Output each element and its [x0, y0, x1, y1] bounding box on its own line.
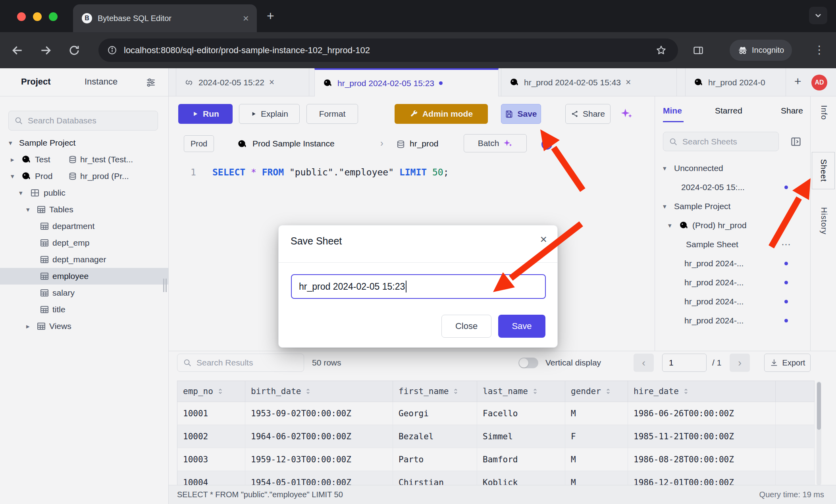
- url-text: localhost:8080/sql-editor/prod-sample-in…: [124, 38, 370, 62]
- chevron-down-icon: [813, 11, 823, 20]
- incognito-badge: Incognito: [730, 40, 792, 61]
- browser-menu-icon[interactable]: ⋮: [814, 43, 825, 56]
- forward-button[interactable]: [39, 44, 52, 57]
- tab-search-button[interactable]: [809, 7, 827, 24]
- incognito-label: Incognito: [752, 46, 784, 55]
- save-label: Save: [512, 321, 532, 331]
- dialog-title: Save Sheet: [291, 235, 342, 247]
- dialog-save-button[interactable]: Save: [498, 315, 545, 338]
- address-bar[interactable]: localhost:8080/sql-editor/prod-sample-in…: [98, 38, 678, 62]
- browser-tab[interactable]: B Bytebase SQL Editor ×: [73, 4, 257, 32]
- window-close-button[interactable]: [17, 12, 26, 21]
- new-tab-button[interactable]: +: [267, 8, 274, 24]
- reload-button[interactable]: [68, 44, 80, 56]
- save-sheet-dialog: Save Sheet × hr_prod 2024-02-05 15:23 Cl…: [278, 225, 558, 348]
- browser-titlebar: B Bytebase SQL Editor × +: [0, 0, 836, 32]
- bookmark-star-icon[interactable]: [656, 45, 666, 56]
- back-button[interactable]: [11, 44, 24, 57]
- dialog-divider: [279, 262, 557, 263]
- browser-toolbar: localhost:8080/sql-editor/prod-sample-in…: [0, 32, 836, 68]
- dialog-close-icon[interactable]: ×: [540, 233, 547, 246]
- screenshot-root: B Bytebase SQL Editor × + localhost:8080…: [0, 0, 836, 504]
- sheet-title-value: hr_prod 2024-02-05 15:23: [299, 281, 405, 292]
- site-info-icon[interactable]: [107, 45, 117, 55]
- sheet-title-input[interactable]: hr_prod 2024-02-05 15:23: [291, 274, 546, 299]
- incognito-icon: [738, 45, 748, 56]
- tab-close-icon[interactable]: ×: [243, 4, 249, 32]
- dialog-close-button[interactable]: Close: [441, 315, 491, 338]
- text-cursor: [406, 281, 406, 292]
- bytebase-favicon-icon: B: [82, 13, 92, 23]
- browser-tab-title: Bytebase SQL Editor: [98, 4, 171, 32]
- close-label: Close: [455, 321, 478, 331]
- window-zoom-button[interactable]: [49, 12, 58, 21]
- side-panel-icon[interactable]: [693, 45, 704, 56]
- window-minimize-button[interactable]: [33, 12, 42, 21]
